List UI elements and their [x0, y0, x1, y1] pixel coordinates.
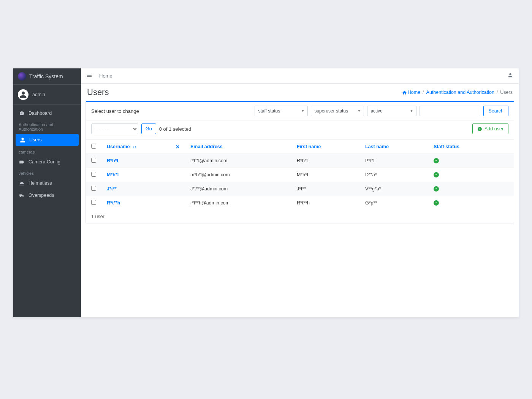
- brand-logo-icon: [18, 72, 26, 81]
- breadcrumb-current: Users: [500, 90, 513, 95]
- brand-title: Traffic System: [29, 73, 63, 79]
- topbar: Home: [81, 68, 519, 84]
- sidebar-item-label: Camera Config: [28, 159, 60, 165]
- tachometer-icon: [19, 110, 25, 116]
- sort-icon: ↓↕: [133, 145, 136, 149]
- cell-email: r*t**h@admin.com: [185, 196, 291, 210]
- row-checkbox[interactable]: [91, 200, 96, 205]
- user-table: Username ↓↕ ✕ Email address First name L…: [86, 139, 514, 210]
- select-all-checkbox[interactable]: [91, 144, 96, 149]
- cell-first-name: R*h*l: [291, 154, 360, 168]
- cell-first-name: M*h*l: [291, 168, 360, 182]
- avatar-icon: [18, 89, 28, 100]
- sidebar-nav: Dashboard Authentication and Authorizati…: [13, 105, 81, 201]
- user-panel[interactable]: admin: [13, 85, 81, 105]
- check-icon: [434, 158, 439, 163]
- filters: staff status ▼ superuser status ▼ active…: [255, 106, 508, 116]
- add-user-button[interactable]: Add user: [472, 124, 508, 134]
- actions-row: --------- Go 0 of 1 selected Add user: [86, 120, 514, 137]
- cell-staff-status: [428, 168, 514, 182]
- check-icon: [434, 172, 439, 177]
- username-link[interactable]: R*t**h: [107, 200, 120, 206]
- filter-active[interactable]: active ▼: [367, 106, 416, 116]
- sidebar: Traffic System admin Dashboard Authentic…: [13, 68, 81, 317]
- sidebar-item-label: Helmetless: [28, 180, 52, 186]
- cell-staff-status: [428, 154, 514, 168]
- cell-email: J*t**@admin.com: [185, 182, 291, 196]
- action-select[interactable]: ---------: [91, 124, 138, 134]
- col-first-name[interactable]: First name: [291, 140, 360, 154]
- chevron-down-icon: ▼: [410, 109, 413, 113]
- chevron-down-icon: ▼: [301, 109, 304, 113]
- menu-toggle-icon[interactable]: [86, 72, 92, 79]
- truck-icon: [19, 192, 25, 198]
- helmet-icon: [19, 180, 25, 186]
- sidebar-item-users[interactable]: Users: [16, 134, 79, 146]
- check-icon: [434, 200, 439, 206]
- sidebar-item-camera-config[interactable]: Camera Config: [13, 156, 81, 168]
- home-icon: [402, 90, 407, 95]
- filter-staff-status[interactable]: staff status ▼: [255, 106, 308, 116]
- cell-email: r*h*l@admin.com: [185, 154, 291, 168]
- cell-email: m*h*l@admin.com: [185, 168, 291, 182]
- plus-circle-icon: [477, 127, 482, 131]
- cell-last-name: D**a*: [360, 168, 428, 182]
- selection-count: 0 of 1 selected: [159, 126, 192, 132]
- row-checkbox[interactable]: [91, 158, 96, 163]
- content-header: Users Home / Authentication and Authoriz…: [81, 84, 519, 101]
- topbar-home-link[interactable]: Home: [99, 73, 112, 79]
- user-icon: [19, 137, 25, 143]
- row-checkbox[interactable]: [91, 172, 96, 177]
- cell-staff-status: [428, 196, 514, 210]
- sidebar-header-vehicles: vehicles: [13, 168, 81, 177]
- username-link[interactable]: M*h*l: [107, 172, 119, 177]
- main: Home Users Home / Authentication and Aut…: [81, 68, 519, 317]
- changelist-card: Select user to change staff status ▼ sup…: [86, 101, 514, 223]
- brand: Traffic System: [13, 68, 81, 85]
- username-link[interactable]: R*h*l: [107, 158, 118, 163]
- cell-first-name: J*t**: [291, 182, 360, 196]
- sidebar-item-label: Dashboard: [28, 111, 52, 116]
- table-row: M*h*lm*h*l@admin.comM*h*lD**a*: [86, 168, 514, 182]
- topbar-user-icon[interactable]: [507, 72, 513, 79]
- sidebar-item-label: Overspeeds: [28, 193, 54, 198]
- username-link[interactable]: J*t**: [107, 186, 117, 192]
- sidebar-item-dashboard[interactable]: Dashboard: [13, 107, 81, 119]
- current-user: admin: [32, 92, 45, 97]
- breadcrumb-auth[interactable]: Authentication and Authorization: [426, 90, 494, 95]
- sidebar-header-auth: Authentication and Authorization: [13, 119, 81, 133]
- col-select-all: [86, 140, 101, 154]
- content: Select user to change staff status ▼ sup…: [81, 101, 519, 228]
- cell-last-name: G*p**: [360, 196, 428, 210]
- sidebar-header-cameras: cameras: [13, 147, 81, 156]
- check-icon: [434, 186, 439, 192]
- row-checkbox[interactable]: [91, 186, 96, 191]
- search-input[interactable]: [420, 106, 480, 116]
- cell-staff-status: [428, 182, 514, 196]
- col-last-name[interactable]: Last name: [360, 140, 428, 154]
- sidebar-item-label: Users: [29, 137, 42, 142]
- sidebar-item-helmetless[interactable]: Helmetless: [13, 177, 81, 189]
- breadcrumb-sep: /: [423, 90, 424, 95]
- search-button[interactable]: Search: [483, 106, 508, 116]
- col-staff-status[interactable]: Staff status: [428, 140, 514, 154]
- table-row: J*t**J*t**@admin.comJ*t**V**g*a*: [86, 182, 514, 196]
- video-icon: [19, 159, 25, 165]
- sidebar-item-overspeeds[interactable]: Overspeeds: [13, 189, 81, 201]
- cell-first-name: R*t**h: [291, 196, 360, 210]
- app-window: Traffic System admin Dashboard Authentic…: [13, 68, 519, 317]
- filter-superuser-status[interactable]: superuser status ▼: [311, 106, 364, 116]
- cell-last-name: P*t*l: [360, 154, 428, 168]
- col-username[interactable]: Username ↓↕ ✕: [101, 140, 185, 154]
- table-row: R*t**hr*t**h@admin.comR*t**hG*p**: [86, 196, 514, 210]
- page-title: Users: [87, 87, 109, 97]
- col-email[interactable]: Email address: [185, 140, 291, 154]
- table-row: R*h*lr*h*l@admin.comR*h*lP*t*l: [86, 154, 514, 168]
- chevron-down-icon: ▼: [357, 109, 361, 113]
- result-count: 1 user: [86, 210, 514, 223]
- breadcrumb-home[interactable]: Home: [402, 90, 420, 95]
- go-button[interactable]: Go: [141, 124, 156, 134]
- breadcrumb-sep: /: [497, 90, 498, 95]
- clear-sort-icon[interactable]: ✕: [176, 144, 180, 150]
- select-label: Select user to change: [91, 108, 139, 114]
